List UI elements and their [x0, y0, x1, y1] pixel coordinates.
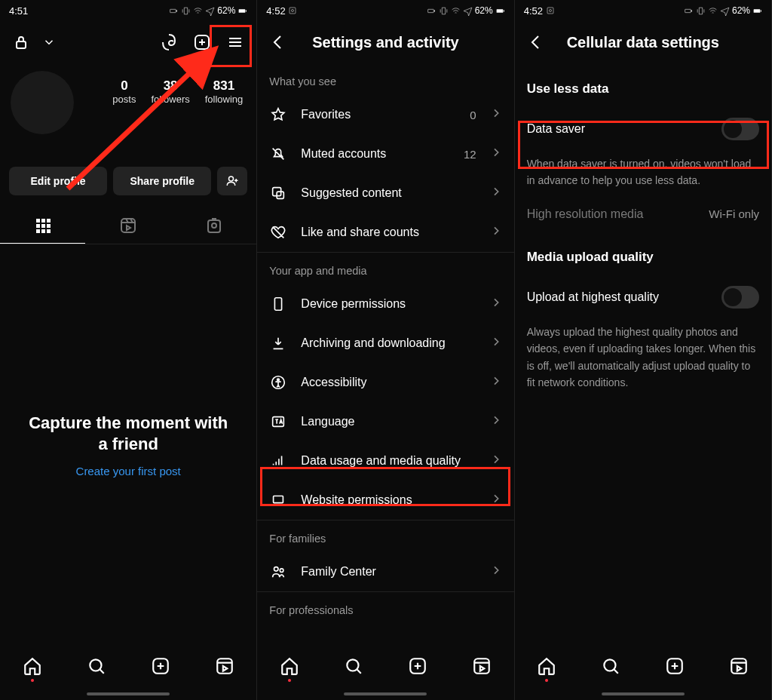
stat-followers[interactable]: 38 followers [151, 78, 189, 105]
wifi-icon [451, 6, 461, 16]
battery-pct: 62% [475, 5, 493, 16]
nav-reels-icon[interactable] [729, 656, 749, 679]
heart-off-icon [269, 223, 287, 241]
svg-rect-2 [239, 9, 246, 12]
status-bar: 4:52 62% [515, 0, 771, 21]
svg-rect-7 [36, 219, 40, 223]
status-bar: 4:51 62% [0, 0, 256, 21]
svg-rect-8 [41, 219, 45, 223]
nav-search-icon[interactable] [87, 656, 106, 679]
nav-home-icon[interactable] [537, 656, 556, 679]
nav-handle [0, 688, 256, 700]
row-language[interactable]: Language [257, 402, 513, 441]
row-device-permissions[interactable]: Device permissions [257, 284, 513, 324]
data-saver-toggle[interactable] [721, 118, 759, 140]
svg-rect-42 [547, 8, 553, 14]
svg-rect-17 [208, 220, 220, 232]
svg-rect-36 [274, 496, 283, 503]
empty-heading: Capture the moment with a friend [23, 413, 234, 454]
language-icon [269, 413, 287, 431]
status-icons: 62% [684, 5, 762, 16]
settings-panel: 4:52 62% Settings and activity What you … [257, 0, 514, 700]
svg-point-6 [229, 177, 234, 181]
share-profile-button[interactable]: Share profile [113, 167, 211, 195]
svg-point-39 [347, 659, 358, 671]
row-suggested-content[interactable]: Suggested content [257, 173, 513, 213]
accessibility-icon [269, 373, 287, 391]
nav-home-icon[interactable] [280, 656, 299, 679]
svg-point-19 [90, 659, 101, 671]
stat-posts[interactable]: 0 posts [112, 78, 136, 105]
upload-hq-toggle[interactable] [721, 286, 759, 309]
chevron-right-icon [490, 453, 502, 468]
back-icon[interactable] [524, 30, 548, 54]
nav-create-icon[interactable] [408, 656, 427, 679]
status-icons: 62% [427, 5, 505, 16]
battery-charging-icon [427, 6, 437, 16]
svg-rect-21 [217, 659, 232, 674]
chevron-right-icon [490, 336, 502, 351]
chevron-right-icon [490, 493, 502, 508]
nav-reels-icon[interactable] [472, 656, 492, 679]
laptop-icon [269, 491, 287, 509]
row-like-share-counts[interactable]: Like and share counts [257, 213, 513, 252]
cellular-list[interactable]: Use less data Data saver When data saver… [515, 63, 771, 646]
tab-tagged[interactable] [171, 207, 256, 244]
bottom-nav [257, 646, 513, 688]
svg-point-37 [274, 567, 279, 572]
airplane-icon [463, 6, 473, 16]
screenshot-icon [288, 6, 297, 15]
back-icon[interactable] [266, 30, 290, 54]
airplane-icon [720, 6, 730, 16]
avatar[interactable] [11, 71, 74, 134]
svg-point-18 [212, 223, 216, 228]
bottom-nav [0, 646, 256, 688]
discover-people-button[interactable] [217, 167, 247, 195]
svg-rect-0 [170, 9, 176, 12]
chevron-right-icon [490, 375, 502, 390]
status-time: 4:51 [9, 5, 28, 17]
threads-icon[interactable] [157, 30, 181, 54]
row-upload-highest-quality[interactable]: Upload at highest quality [515, 275, 771, 319]
nav-create-icon[interactable] [151, 656, 170, 679]
new-post-icon[interactable] [190, 30, 214, 54]
wifi-icon [708, 6, 718, 16]
row-data-saver[interactable]: Data saver [515, 107, 771, 151]
svg-point-25 [292, 9, 294, 11]
settings-list[interactable]: What you see Favorites 0 Muted accounts … [257, 63, 513, 646]
profile-panel: 4:51 62% 0 posts [0, 0, 257, 700]
svg-rect-13 [36, 229, 40, 233]
tab-reels[interactable] [85, 207, 170, 244]
row-accessibility[interactable]: Accessibility [257, 363, 513, 402]
nav-reels-icon[interactable] [215, 656, 234, 679]
svg-rect-29 [503, 10, 504, 11]
sparkle-icon [269, 184, 287, 202]
create-first-post-link[interactable]: Create your first post [76, 465, 181, 477]
battery-pct: 62% [732, 5, 750, 16]
vibrate-icon [696, 6, 706, 16]
nav-search-icon[interactable] [344, 656, 363, 679]
row-archiving-downloading[interactable]: Archiving and downloading [257, 324, 513, 363]
username-dropdown[interactable] [42, 30, 56, 54]
battery-charging-icon [684, 6, 694, 16]
svg-point-48 [605, 659, 616, 671]
nav-handle [257, 688, 513, 700]
row-favorites[interactable]: Favorites 0 [257, 95, 513, 134]
row-muted-accounts[interactable]: Muted accounts 12 [257, 134, 513, 173]
tab-grid[interactable] [0, 207, 85, 244]
empty-state: Capture the moment with a friend Create … [0, 244, 256, 646]
hires-value: Wi-Fi only [709, 207, 759, 220]
row-website-permissions[interactable]: Website permissions [257, 480, 513, 520]
cellular-header: Cellular data settings [515, 21, 771, 63]
row-data-usage[interactable]: Data usage and media quality [257, 441, 513, 480]
download-icon [269, 334, 287, 352]
hires-label: High resolution media [527, 207, 644, 221]
row-family-center[interactable]: Family Center [257, 552, 513, 591]
edit-profile-button[interactable]: Edit profile [9, 167, 107, 195]
nav-home-icon[interactable] [23, 656, 42, 679]
row-high-res-media[interactable]: High resolution media Wi-Fi only [515, 197, 771, 232]
nav-create-icon[interactable] [665, 656, 685, 679]
stat-following[interactable]: 831 following [205, 78, 244, 105]
hamburger-menu-icon[interactable] [223, 30, 247, 54]
nav-search-icon[interactable] [601, 656, 620, 679]
